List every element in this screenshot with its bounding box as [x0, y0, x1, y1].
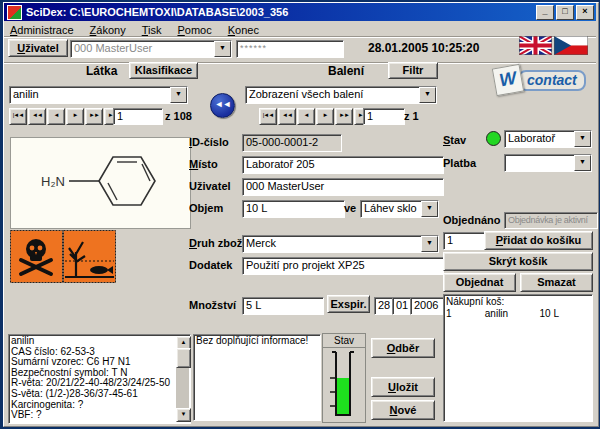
datetime-display: 28.01.2005 10:25:20: [368, 41, 479, 55]
chevron-down-icon[interactable]: ▼: [574, 155, 591, 171]
czech-flag-icon[interactable]: [554, 36, 588, 55]
packaging-view-combo[interactable]: Zobrazení všech balení ▼: [245, 86, 437, 104]
fast-prev-button[interactable]: ◄◄: [278, 108, 296, 125]
close-button[interactable]: ×: [576, 5, 594, 20]
druh-label: Druh zboží: [189, 237, 245, 249]
maximize-button[interactable]: □: [556, 5, 574, 20]
info-line: S-věta: (1/2-)28-36/37-45-61: [11, 389, 175, 400]
delete-button[interactable]: Smazat: [520, 273, 593, 292]
platba-combo[interactable]: ▼: [504, 154, 592, 172]
menu-tisk[interactable]: Tisk: [142, 24, 162, 36]
svg-text:H₂N: H₂N: [41, 174, 65, 189]
id-label: ID-číslo: [189, 136, 229, 148]
order-button[interactable]: Objednat: [443, 273, 516, 292]
wcontact-logo: W contact: [494, 66, 586, 94]
user-button[interactable]: Uživatel: [8, 39, 68, 57]
chevron-down-icon[interactable]: ▼: [214, 41, 231, 57]
first-record-button[interactable]: |◄◄: [259, 108, 277, 125]
odber-button[interactable]: Odběr: [371, 338, 435, 358]
mnozstvi-label: Množství: [189, 299, 236, 311]
substance-combo[interactable]: anilin ▼: [9, 86, 188, 104]
logo-w-icon: W: [492, 64, 524, 96]
chevron-down-icon[interactable]: ▼: [419, 87, 436, 103]
environment-hazard-icon: [64, 231, 116, 283]
structure-panel: H₂N: [10, 137, 191, 229]
substance-index-input[interactable]: 1: [113, 108, 163, 125]
add-to-cart-button[interactable]: Přidat do košíku: [484, 231, 593, 250]
uk-flag-icon[interactable]: [519, 36, 552, 55]
hazard-symbols: [10, 230, 116, 283]
packaging-index-input[interactable]: 1: [363, 108, 405, 125]
back-icon[interactable]: ◄◄: [210, 93, 235, 118]
ulozit-button[interactable]: Uložit: [371, 377, 435, 397]
filtr-button[interactable]: Filtr: [388, 62, 438, 79]
menu-pomoc[interactable]: Pomoc: [177, 24, 211, 36]
fast-next-button[interactable]: ►►: [85, 108, 103, 125]
minimize-button[interactable]: _: [536, 5, 554, 20]
menu-konec[interactable]: Konec: [228, 24, 259, 36]
cart-header: Nákupní koš:: [446, 296, 590, 308]
objem-label: Objem: [189, 202, 223, 214]
prev-record-button[interactable]: ◄: [297, 108, 315, 125]
container-combo[interactable]: Láhev sklo ▼: [360, 200, 439, 218]
substance-nav: |◄◄ ◄◄ ◄ ► ►► ►►|: [9, 108, 122, 125]
baleni-heading: Balení: [328, 64, 364, 78]
misto-label: Místo: [189, 158, 218, 170]
exp-year-field[interactable]: 2006: [410, 297, 444, 315]
misto-field[interactable]: Laboratoř 205: [242, 156, 444, 174]
app-icon: [7, 5, 22, 20]
druh-combo[interactable]: Merck ▼: [242, 235, 439, 253]
note-box[interactable]: Bez doplňující informace!: [193, 334, 321, 421]
packaging-nav: |◄◄ ◄◄ ◄ ► ►► ►►|: [259, 108, 372, 125]
druh-combo-value: Merck: [243, 236, 421, 252]
latka-heading: Látka: [86, 64, 117, 78]
password-input[interactable]: ******: [236, 40, 344, 58]
cart-listbox[interactable]: Nákupní koš: 1 anilin 10 L: [443, 294, 593, 422]
application-window: SciDex: C:\EUROCHEMTOXI\DATABASE\2003_35…: [0, 0, 600, 429]
cart-qty-input[interactable]: 1: [443, 232, 485, 250]
info-line: anilin: [11, 336, 175, 347]
substance-info-box[interactable]: anilin CAS číslo: 62-53-3 Sumární vzorec…: [8, 334, 191, 424]
cart-item-name: anilin: [485, 308, 537, 320]
logo-text: contact: [518, 70, 586, 91]
container-combo-value: Láhev sklo: [361, 201, 421, 217]
dodatek-field[interactable]: Použití pro projekt XP25: [242, 257, 444, 275]
packaging-view-value: Zobrazení všech balení: [246, 87, 419, 103]
menu-administrace[interactable]: Administrace: [10, 24, 74, 36]
fast-prev-button[interactable]: ◄◄: [28, 108, 46, 125]
substance-combo-value: anilin: [10, 87, 170, 103]
uzivatel-label: Uživatel: [189, 180, 231, 192]
title-bar[interactable]: SciDex: C:\EUROCHEMTOXI\DATABASE\2003_35…: [4, 3, 596, 21]
dodatek-label: Dodatek: [189, 259, 232, 271]
prev-record-button[interactable]: ◄: [47, 108, 65, 125]
stav-combo[interactable]: Laboratoř ▼: [504, 130, 592, 148]
first-record-button[interactable]: |◄◄: [9, 108, 27, 125]
ve-label: ve: [344, 202, 356, 214]
chevron-down-icon[interactable]: ▼: [574, 131, 591, 147]
scroll-down-icon[interactable]: ▼: [176, 408, 191, 422]
window-title: SciDex: C:\EUROCHEMTOXI\DATABASE\2003_35…: [26, 6, 536, 18]
objednano-label: Objednáno: [443, 214, 500, 226]
toxic-skull-icon: [11, 231, 63, 283]
scroll-thumb[interactable]: [176, 348, 191, 368]
chevron-down-icon[interactable]: ▼: [421, 201, 438, 217]
next-record-button[interactable]: ►: [316, 108, 334, 125]
uzivatel-field[interactable]: 000 MasterUser: [242, 178, 444, 196]
aniline-structure-image: H₂N: [11, 138, 188, 226]
fast-next-button[interactable]: ►►: [335, 108, 353, 125]
cart-row[interactable]: 1 anilin 10 L: [446, 308, 590, 320]
chevron-down-icon[interactable]: ▼: [421, 236, 438, 252]
packaging-total-label: z 1: [404, 110, 419, 122]
hide-cart-button[interactable]: Skrýt košík: [443, 252, 593, 271]
exspir-button[interactable]: Exspir.: [327, 295, 370, 313]
chevron-down-icon[interactable]: ▼: [170, 87, 187, 103]
objem-field[interactable]: 10 L: [242, 200, 345, 218]
user-combo[interactable]: 000 MasterUser ▼: [70, 40, 232, 58]
klasifikace-button[interactable]: Klasifikace: [129, 62, 198, 79]
info-scrollbar[interactable]: ▲ ▼: [176, 336, 189, 422]
nove-button[interactable]: Nové: [371, 400, 435, 420]
menu-zakony[interactable]: Zákony: [90, 24, 126, 36]
stav-combo-value: Laboratoř: [505, 131, 574, 147]
next-record-button[interactable]: ►: [66, 108, 84, 125]
mnozstvi-field[interactable]: 5 L: [242, 297, 324, 315]
